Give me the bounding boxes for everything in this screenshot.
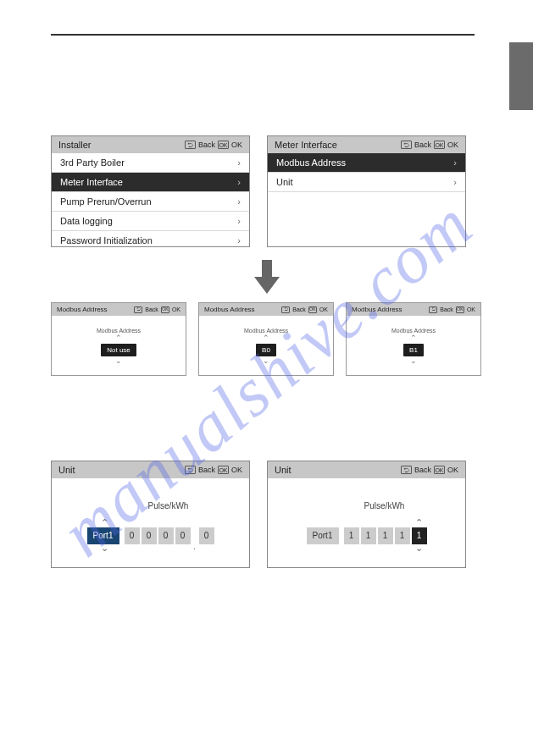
back-icon[interactable]: ⮌ [185, 466, 196, 474]
chevron-up-icon[interactable]: ⌃ [101, 520, 108, 527]
chevron-up-icon[interactable]: ⌃ [263, 336, 269, 340]
menu-item-3rd-party-boiler[interactable]: 3rd Party Boiler › [52, 153, 249, 173]
port-cell[interactable]: Port1 [87, 527, 119, 544]
menu-label: Meter Interface [60, 177, 123, 187]
chevron-down-icon[interactable]: ⌄ [410, 359, 417, 363]
ok-icon[interactable]: OK [218, 466, 229, 474]
svg-marker-0 [254, 260, 280, 294]
digit-stepper[interactable]: ⌃ 1 ⌄ [412, 520, 427, 551]
back-icon[interactable]: ⮌ [401, 141, 412, 149]
digit-4[interactable]: 0 [199, 527, 214, 544]
header-actions: ⮌ Back OK OK [429, 306, 475, 313]
digit-4[interactable]: 1 [412, 527, 427, 544]
arrow-down-icon [51, 260, 483, 294]
top-row: Installer ⮌ Back OK OK 3rd Party Boiler … [51, 135, 483, 247]
back-label: Back [440, 306, 453, 312]
unit-header: Unit ⮌ Back OK OK [52, 461, 249, 478]
installer-menu: 3rd Party Boiler › Meter Interface › Pum… [52, 153, 249, 246]
modbus-label: Modbus Address [244, 328, 288, 334]
back-label: Back [414, 141, 431, 149]
chevron-up-icon[interactable]: ⌃ [115, 336, 122, 340]
header-actions: ⮌ Back OK OK [401, 466, 458, 474]
port-stepper[interactable]: ⌃ Port1 ⌄ [87, 520, 123, 551]
ok-icon[interactable]: OK [308, 306, 317, 313]
pulse-label: Pulse/kWh [113, 501, 189, 510]
chevron-down-icon[interactable]: ⌄ [115, 359, 122, 363]
modbus-title: Modbus Address [204, 306, 255, 313]
header-actions: ⮌ Back OK OK [401, 141, 458, 149]
chevron-down-icon[interactable]: ⌄ [101, 545, 108, 552]
ok-label: OK [231, 466, 242, 474]
ok-icon[interactable]: OK [218, 141, 229, 149]
menu-label: Data logging [60, 216, 113, 226]
ok-label: OK [447, 466, 458, 474]
digit-2[interactable]: 1 [378, 527, 393, 544]
chevron-right-icon: › [453, 177, 457, 187]
chevron-right-icon: › [237, 235, 241, 246]
menu-item-pump-prerun[interactable]: Pump Prerun/Overrun › [52, 192, 249, 212]
ok-icon[interactable]: OK [434, 466, 445, 474]
modbus-label: Modbus Address [97, 328, 141, 334]
menu-item-unit[interactable]: Unit › [268, 173, 465, 192]
menu-item-password-init[interactable]: Password Initialization › [52, 231, 249, 246]
menu-label: Modbus Address [276, 157, 346, 168]
modbus-label: Modbus Address [391, 328, 436, 334]
chevron-right-icon: › [237, 157, 241, 168]
modbus-body: Modbus Address ⌃ Not use ⌄ [52, 316, 186, 375]
back-icon[interactable]: ⮌ [401, 466, 412, 474]
decimal-dot: . [192, 542, 197, 551]
digit-1[interactable]: 0 [142, 527, 157, 544]
back-icon[interactable]: ⮌ [429, 306, 437, 313]
chevron-right-icon: › [453, 157, 457, 168]
digit-3[interactable]: 1 [395, 527, 410, 544]
page-rule [51, 34, 475, 36]
header-actions: ⮌ Back OK OK [281, 306, 328, 313]
chevron-down-icon[interactable]: ⌄ [263, 359, 269, 363]
unit-body: Pulse/kWh Port1 1 1 1 1 ⌃ 1 ⌄ [268, 478, 465, 567]
unit-panel-1: Unit ⮌ Back OK OK Pulse/kWh ⌃ Port1 ⌄ 0 [51, 461, 250, 568]
chevron-right-icon: › [237, 177, 241, 187]
modbus-title: Modbus Address [352, 306, 403, 313]
chevron-right-icon: › [237, 196, 241, 207]
chevron-right-icon: › [237, 216, 241, 226]
ok-label: OK [231, 141, 242, 149]
ok-icon[interactable]: OK [161, 306, 169, 313]
chevron-down-icon[interactable]: ⌄ [415, 545, 423, 552]
chevron-up-icon[interactable]: ⌃ [410, 336, 417, 340]
digit-row: Port1 1 1 1 1 ⌃ 1 ⌄ [307, 520, 427, 551]
back-label: Back [292, 306, 306, 312]
ok-icon[interactable]: OK [434, 141, 445, 149]
back-icon[interactable]: ⮌ [134, 306, 142, 313]
ok-label: OK [467, 306, 475, 312]
side-tab [509, 42, 533, 110]
modbus-value[interactable]: B0 [256, 344, 276, 356]
menu-item-modbus-address[interactable]: Modbus Address › [268, 153, 465, 173]
header-actions: ⮌ Back OK OK [134, 306, 180, 313]
modbus-value[interactable]: Not use [101, 344, 136, 356]
ok-icon[interactable]: OK [456, 306, 464, 313]
digit-0[interactable]: 1 [344, 527, 359, 544]
modbus-header: Modbus Address ⮌ Back OK OK [52, 303, 186, 316]
port-cell[interactable]: Port1 [307, 527, 339, 544]
unit-panel-2: Unit ⮌ Back OK OK Pulse/kWh Port1 1 1 1 … [267, 461, 466, 568]
menu-item-data-logging[interactable]: Data logging › [52, 212, 249, 231]
modbus-header: Modbus Address ⮌ Back OK OK [347, 303, 480, 316]
digit-3[interactable]: 0 [175, 527, 191, 544]
back-icon[interactable]: ⮌ [185, 141, 196, 149]
modbus-body: Modbus Address ⌃ B0 ⌄ [199, 316, 333, 375]
chevron-up-icon[interactable]: ⌃ [415, 520, 423, 527]
digit-1[interactable]: 1 [361, 527, 376, 544]
menu-item-meter-interface[interactable]: Meter Interface › [52, 173, 249, 192]
ok-label: OK [172, 306, 180, 312]
unit-body: Pulse/kWh ⌃ Port1 ⌄ 0 0 0 0 . 0 [52, 478, 249, 567]
back-icon[interactable]: ⮌ [281, 306, 290, 313]
meter-title: Meter Interface [275, 140, 337, 150]
menu-label: Password Initialization [60, 235, 153, 246]
modbus-title: Modbus Address [57, 306, 108, 313]
back-label: Back [414, 466, 431, 474]
content-area: Installer ⮌ Back OK OK 3rd Party Boiler … [51, 135, 483, 568]
digit-2[interactable]: 0 [158, 527, 174, 544]
digit-0[interactable]: 0 [125, 527, 140, 544]
modbus-value[interactable]: B1 [403, 344, 424, 356]
modbus-panel-notuse: Modbus Address ⮌ Back OK OK Modbus Addre… [51, 302, 186, 376]
